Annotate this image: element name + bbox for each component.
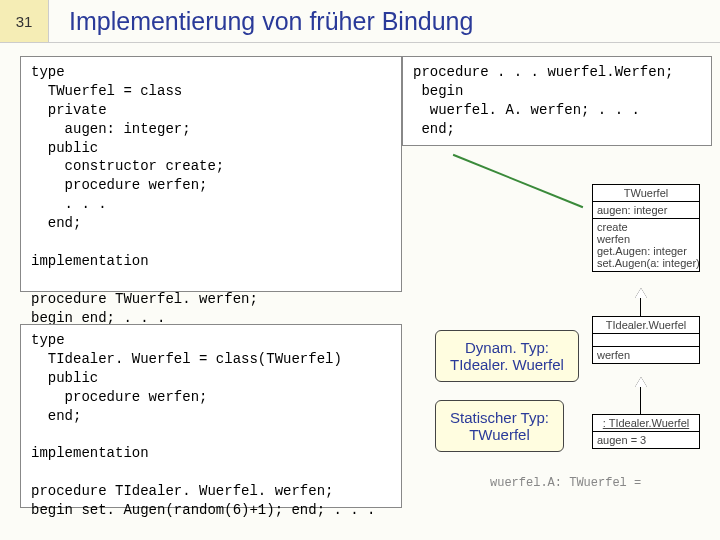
code-block-type-tidealerwuerfel: type TIdealer. Wuerfel = class(TWuerfel)… — [20, 324, 402, 508]
uml-inherit-arrowhead — [635, 288, 647, 298]
uml-class-tidealerwuerfel: TIdealer.Wuerfel werfen — [592, 316, 700, 364]
uml-ops: create werfen get.Augen: integer set.Aug… — [593, 219, 699, 271]
uml-class-name: TWuerfel — [593, 185, 699, 202]
arrow-line — [453, 154, 584, 208]
uml-object-attrs: augen = 3 — [593, 432, 699, 448]
code-block-procedure-werfen: procedure . . . wuerfel.Werfen; begin wu… — [402, 56, 712, 146]
uml-class-name: TIdealer.Wuerfel — [593, 317, 699, 334]
code-block-type-twuerfel: type TWuerfel = class private augen: int… — [20, 56, 402, 292]
slide-number: 31 — [0, 0, 49, 42]
slide-title: Implementierung von früher Bindung — [49, 7, 720, 36]
uml-attrs: augen: integer — [593, 202, 699, 219]
uml-class-twuerfel: TWuerfel augen: integer create werfen ge… — [592, 184, 700, 272]
declaration-note: wuerfel.A: TWuerfel = — [490, 476, 641, 490]
callout-dynamic-type: Dynam. Typ: TIdealer. Wuerfel — [435, 330, 579, 382]
uml-inherit-arrowhead — [635, 377, 647, 387]
uml-inherit-line — [640, 385, 641, 414]
uml-ops: werfen — [593, 347, 699, 363]
callout-static-type: Statischer Typ: TWuerfel — [435, 400, 564, 452]
slide-header: 31 Implementierung von früher Bindung — [0, 0, 720, 43]
uml-attrs-empty — [593, 334, 699, 347]
uml-inherit-line — [640, 296, 641, 316]
uml-object-instance: : TIdealer.Wuerfel augen = 3 — [592, 414, 700, 449]
uml-object-name: : TIdealer.Wuerfel — [593, 415, 699, 432]
